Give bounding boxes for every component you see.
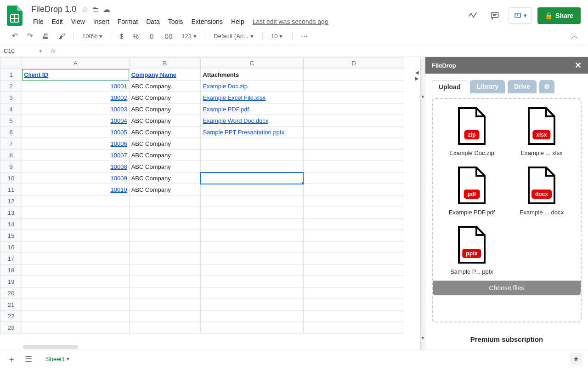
- undo-button[interactable]: ↶: [9, 30, 21, 42]
- row-header-20[interactable]: 20: [0, 288, 22, 299]
- present-button[interactable]: ▾: [509, 7, 532, 24]
- name-box[interactable]: C10▾: [0, 47, 46, 54]
- cell-C4[interactable]: Example PDF.pdf: [201, 104, 303, 115]
- menu-insert[interactable]: Insert: [90, 16, 113, 27]
- collapse-toolbar-icon[interactable]: ︿: [571, 30, 579, 41]
- cell-A7[interactable]: 10006: [22, 138, 130, 150]
- cell-D23[interactable]: [303, 322, 404, 334]
- cell-C23[interactable]: [201, 322, 303, 334]
- cell-D10[interactable]: [303, 172, 404, 184]
- row-header-7[interactable]: 7: [0, 138, 22, 150]
- cell-B16[interactable]: [129, 242, 201, 253]
- row-header-14[interactable]: 14: [0, 218, 22, 230]
- row-header-9[interactable]: 9: [0, 161, 22, 172]
- cell-C6[interactable]: Sample PPT Presantation.pptx: [201, 126, 303, 138]
- row-header-1[interactable]: 1: [0, 69, 22, 80]
- cell-A11[interactable]: 10010: [22, 184, 130, 196]
- cell-C11[interactable]: [201, 184, 303, 196]
- move-icon[interactable]: 🗀: [92, 6, 99, 14]
- number-format-select[interactable]: 123 ▾: [179, 32, 199, 40]
- cell-C2[interactable]: Example Doc.zip: [201, 80, 303, 92]
- cell-C13[interactable]: [201, 207, 303, 218]
- cell-C7[interactable]: [201, 138, 303, 150]
- cell-B1[interactable]: Company Name: [129, 69, 201, 80]
- cell-B4[interactable]: ABC Company: [129, 104, 201, 115]
- cell-C14[interactable]: [201, 218, 303, 230]
- cell-C3[interactable]: Example Excel File.xlsx: [201, 92, 303, 104]
- row-header-22[interactable]: 22: [0, 310, 22, 322]
- activity-icon[interactable]: [464, 7, 481, 24]
- cell-A19[interactable]: [22, 276, 130, 288]
- file-item-pptx[interactable]: pptxSample P... pptx: [439, 226, 504, 275]
- cell-B17[interactable]: [129, 253, 201, 264]
- add-sheet-button[interactable]: ＋: [6, 352, 17, 367]
- paint-format-button[interactable]: 🖌: [56, 30, 68, 42]
- cell-D9[interactable]: [303, 161, 404, 172]
- menu-view[interactable]: View: [68, 16, 89, 27]
- menu-file[interactable]: File: [29, 16, 47, 27]
- cell-B19[interactable]: [129, 276, 201, 288]
- cell-A17[interactable]: [22, 253, 130, 264]
- row-header-5[interactable]: 5: [0, 115, 22, 126]
- cell-C12[interactable]: [201, 196, 303, 207]
- cell-A21[interactable]: [22, 299, 130, 310]
- cell-D19[interactable]: [303, 276, 404, 288]
- cell-A4[interactable]: 10003: [22, 104, 130, 115]
- menu-tools[interactable]: Tools: [164, 16, 187, 27]
- cell-B10[interactable]: ABC Company: [129, 172, 201, 184]
- menu-format[interactable]: Format: [114, 16, 141, 27]
- row-header-4[interactable]: 4: [0, 104, 22, 115]
- cell-B23[interactable]: [129, 322, 201, 334]
- cell-B20[interactable]: [129, 288, 201, 299]
- sheets-logo[interactable]: [6, 6, 24, 25]
- menu-edit[interactable]: Edit: [48, 16, 67, 27]
- cell-A18[interactable]: [22, 264, 130, 276]
- row-header-10[interactable]: 10: [0, 172, 22, 184]
- cell-A22[interactable]: [22, 310, 130, 322]
- cell-D18[interactable]: [303, 264, 404, 276]
- cell-C5[interactable]: Example Word Doc.docx: [201, 115, 303, 126]
- cell-A8[interactable]: 10007: [22, 150, 130, 161]
- premium-subscription-link[interactable]: Premium subscription: [425, 329, 588, 350]
- cloud-icon[interactable]: ☁: [103, 5, 110, 14]
- menu-help[interactable]: Help: [227, 16, 248, 27]
- cell-C10[interactable]: [201, 172, 303, 184]
- spreadsheet-grid[interactable]: ABCD 1Client IDCompany NameAttachments21…: [0, 57, 404, 334]
- row-header-21[interactable]: 21: [0, 299, 22, 310]
- cell-A13[interactable]: [22, 207, 130, 218]
- cell-A2[interactable]: 10001: [22, 80, 130, 92]
- cell-B6[interactable]: ABC Company: [129, 126, 201, 138]
- cell-D15[interactable]: [303, 230, 404, 242]
- last-edit-link[interactable]: Last edit was seconds ago: [249, 16, 332, 27]
- tab-settings[interactable]: ⚙: [539, 80, 554, 93]
- cell-D17[interactable]: [303, 253, 404, 264]
- cell-B2[interactable]: ABC Company: [129, 80, 201, 92]
- cell-C8[interactable]: [201, 150, 303, 161]
- cell-D14[interactable]: [303, 218, 404, 230]
- explore-button[interactable]: [570, 353, 582, 366]
- row-header-19[interactable]: 19: [0, 276, 22, 288]
- file-item-xlsx[interactable]: xlsxExample ... xlsx: [509, 107, 574, 156]
- cell-D5[interactable]: [303, 115, 404, 126]
- cell-B7[interactable]: ABC Company: [129, 138, 201, 150]
- cell-A14[interactable]: [22, 218, 130, 230]
- cell-D22[interactable]: [303, 310, 404, 322]
- cell-D1[interactable]: [303, 69, 404, 80]
- choose-files-button[interactable]: Choose files: [433, 281, 581, 295]
- row-header-15[interactable]: 15: [0, 230, 22, 242]
- share-button[interactable]: 🔒Share: [537, 7, 581, 24]
- cell-A20[interactable]: [22, 288, 130, 299]
- cell-A12[interactable]: [22, 196, 130, 207]
- cell-A9[interactable]: 10008: [22, 161, 130, 172]
- font-size-select[interactable]: 10 ▾: [268, 32, 287, 40]
- cell-B9[interactable]: ABC Company: [129, 161, 201, 172]
- cell-D12[interactable]: [303, 196, 404, 207]
- cell-A1[interactable]: Client ID: [22, 69, 130, 80]
- tab-upload[interactable]: Upload: [432, 80, 467, 93]
- cell-B3[interactable]: ABC Company: [129, 92, 201, 104]
- cell-C19[interactable]: [201, 276, 303, 288]
- cell-B15[interactable]: [129, 230, 201, 242]
- cell-B18[interactable]: [129, 264, 201, 276]
- cell-D7[interactable]: [303, 138, 404, 150]
- cell-B8[interactable]: ABC Company: [129, 150, 201, 161]
